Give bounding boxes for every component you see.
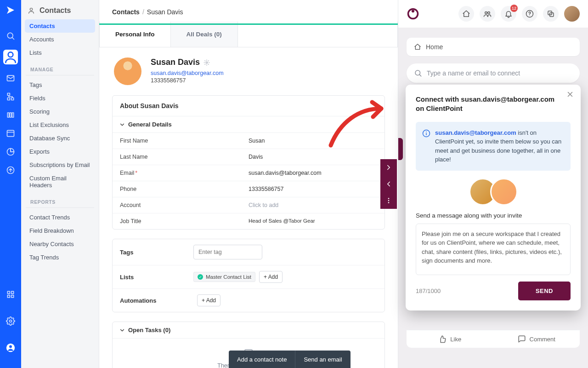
comment-button[interactable]: Comment <box>493 330 580 348</box>
row-account[interactable]: AccountClick to add <box>113 197 384 213</box>
chevron-down-icon <box>119 327 125 334</box>
sidebar-item-subscriptions[interactable]: Subscriptions by Email <box>25 158 95 172</box>
svg-point-21 <box>206 62 208 63</box>
like-button[interactable]: Like <box>407 330 493 348</box>
more-actions-button[interactable] <box>380 192 397 209</box>
about-heading: About Susan Davis <box>113 96 384 116</box>
invite-avatars <box>416 178 571 206</box>
sidebar-item-custom-headers[interactable]: Custom Email Headers <box>25 172 95 192</box>
rail-contacts-icon[interactable] <box>3 50 18 64</box>
row-phone: Phone13335586757 <box>113 181 384 197</box>
action-bar: Add a contact note Send an email <box>229 351 351 368</box>
sidebar-title: Contacts <box>40 6 71 15</box>
sidebar-item-fields[interactable]: Fields <box>25 92 95 105</box>
svg-point-2 <box>8 52 13 57</box>
svg-point-25 <box>485 12 487 14</box>
sidebar-item-contact-trends[interactable]: Contact Trends <box>25 211 95 224</box>
sidebar-item-accounts[interactable]: Accounts <box>25 33 95 46</box>
notification-badge: 12 <box>510 5 518 12</box>
rail-org-icon[interactable] <box>6 92 15 101</box>
nav-rail <box>0 0 21 368</box>
svg-rect-14 <box>11 291 14 293</box>
tags-input[interactable] <box>193 245 262 259</box>
tab-personal-info[interactable]: Personal Info <box>100 22 171 47</box>
svg-rect-15 <box>7 295 10 298</box>
svg-point-38 <box>388 198 390 199</box>
close-icon[interactable] <box>566 90 574 100</box>
notifications-icon[interactable]: 12 <box>501 6 516 22</box>
send-email-button[interactable]: Send an email <box>295 351 350 368</box>
sidebar-item-tag-trends[interactable]: Tag Trends <box>25 251 95 264</box>
contact-pager <box>380 159 397 209</box>
lists-row: Lists ✓Master Contact List Add <box>113 265 384 288</box>
general-details-toggle[interactable]: General Details <box>113 116 384 133</box>
rail-upload-icon[interactable] <box>6 166 15 175</box>
send-button[interactable]: SEND <box>518 282 571 300</box>
sidebar-item-contacts[interactable]: Contacts <box>25 19 95 33</box>
svg-rect-5 <box>7 98 10 100</box>
automations-add-button[interactable]: Add <box>197 294 220 306</box>
svg-rect-7 <box>7 113 9 117</box>
right-panel: 12 Home Type a name or email to connect … <box>398 0 588 368</box>
rail-reports-icon[interactable] <box>6 147 15 156</box>
modal-title: Connect with susan.davis@taborgear.com o… <box>416 95 571 114</box>
panel-edge-tab[interactable] <box>398 138 403 160</box>
rail-campaigns-icon[interactable] <box>6 74 15 83</box>
lists-add-button[interactable]: Add <box>259 271 283 283</box>
contact-email[interactable]: susan.davis@taborgear.com <box>151 70 224 76</box>
sidebar-item-lists[interactable]: Lists <box>25 46 95 59</box>
svg-line-32 <box>419 75 421 76</box>
sidebar-label-reports: REPORTS <box>26 192 94 208</box>
svg-rect-13 <box>7 291 10 293</box>
connect-search[interactable]: Type a name or email to connect <box>407 63 580 83</box>
info-icon <box>422 129 430 138</box>
help-icon[interactable] <box>522 6 537 22</box>
gear-icon[interactable] <box>204 59 210 66</box>
list-chip[interactable]: ✓Master Contact List <box>193 272 255 282</box>
rail-settings-icon[interactable] <box>6 316 15 326</box>
svg-point-37 <box>426 131 427 132</box>
sidebar-item-nearby-contacts[interactable]: Nearby Contacts <box>25 237 95 251</box>
home-breadcrumb[interactable]: Home <box>407 38 580 56</box>
modal-info: susan.davis@taborgear.com isn't on Clien… <box>416 122 571 171</box>
char-counter: 187/1000 <box>416 288 441 294</box>
tab-all-deals[interactable]: All Deals (0) <box>171 22 238 47</box>
rail-search-icon[interactable] <box>6 31 15 40</box>
svg-point-24 <box>412 10 414 12</box>
contact-name: Susan Davis <box>151 58 224 67</box>
avatar-contact <box>490 178 518 206</box>
people-icon[interactable] <box>480 6 495 22</box>
breadcrumb: Contacts/Susan Davis <box>99 0 196 22</box>
sidebar-item-exports[interactable]: Exports <box>25 145 95 158</box>
open-tasks-toggle[interactable]: Open Tasks (0) <box>113 322 384 339</box>
about-card: About Susan Davis General Details First … <box>112 95 385 230</box>
rail-apps-icon[interactable] <box>6 290 15 299</box>
home-icon <box>414 43 421 51</box>
app-logo <box>5 5 16 16</box>
main-area: Contacts/Susan Davis Personal Info All D… <box>99 0 398 368</box>
home-icon[interactable] <box>458 6 474 22</box>
sidebar-item-field-breakdown[interactable]: Field Breakdown <box>25 224 95 237</box>
contacts-icon <box>28 7 35 14</box>
rail-account-icon[interactable] <box>6 343 15 352</box>
row-job-title: Job TitleHead of Sales @Tabor Gear <box>113 213 384 229</box>
copy-icon[interactable] <box>543 6 559 22</box>
rail-site-icon[interactable] <box>6 129 15 138</box>
sidebar-item-database-sync[interactable]: Database Sync <box>25 132 95 145</box>
next-contact-button[interactable] <box>380 159 397 176</box>
avatar <box>114 58 141 85</box>
svg-point-26 <box>488 12 490 14</box>
svg-rect-9 <box>12 113 13 117</box>
automations-row: Automations Add <box>113 288 384 312</box>
add-note-button[interactable]: Add a contact note <box>229 351 295 368</box>
user-avatar[interactable] <box>564 6 580 22</box>
invite-message-input[interactable]: Please join me on a secure workspace tha… <box>416 224 571 275</box>
row-last-name: Last NameDavis <box>113 149 384 165</box>
rail-deals-icon[interactable] <box>6 110 15 120</box>
sidebar-item-scoring[interactable]: Scoring <box>25 105 95 118</box>
sidebar-item-list-exclusions[interactable]: List Exclusions <box>25 118 95 132</box>
svg-rect-16 <box>11 295 14 298</box>
svg-point-40 <box>388 202 390 203</box>
prev-contact-button[interactable] <box>380 176 397 192</box>
sidebar-item-tags[interactable]: Tags <box>25 78 95 92</box>
